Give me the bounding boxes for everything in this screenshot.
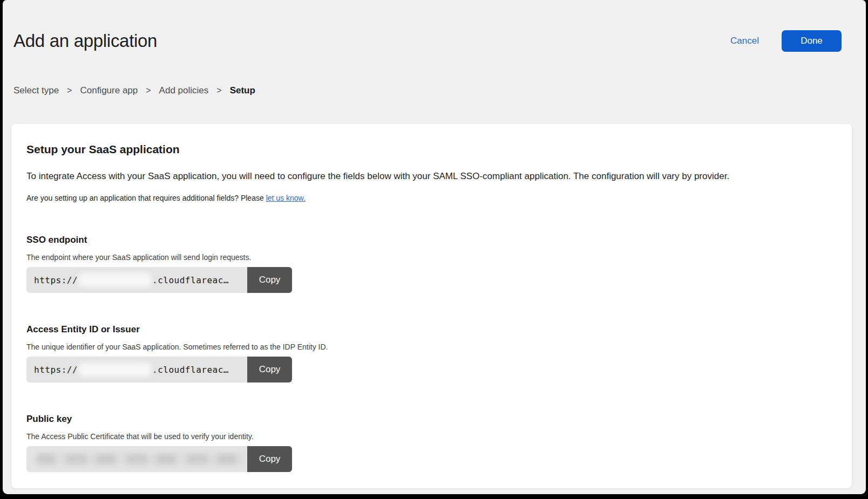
- field-public-key: Public key The Access Public Certificate…: [26, 414, 837, 472]
- page-title: Add an application: [13, 31, 157, 51]
- window-frame: Add an application Cancel Done Select ty…: [3, 0, 866, 494]
- code-value-suffix: .cloudflareac…: [152, 365, 229, 375]
- card-note: Are you setting up an application that r…: [26, 194, 837, 202]
- breadcrumb-step-configure-app[interactable]: Configure app: [80, 85, 138, 96]
- sso-endpoint-value-box: https:// .cloudflareac…: [26, 267, 247, 293]
- let-us-know-link[interactable]: let us know.: [266, 194, 306, 202]
- field-description: The unique identifier of your SaaS appli…: [26, 343, 837, 351]
- redacted-value-blur: [79, 273, 151, 287]
- cancel-button[interactable]: Cancel: [730, 36, 759, 46]
- page-header: Add an application Cancel Done: [11, 30, 852, 52]
- public-key-value-box: [26, 446, 247, 472]
- entity-id-value-box: https:// .cloudflareac…: [26, 357, 247, 382]
- entity-id-code-group: https:// .cloudflareac… Copy: [26, 357, 292, 382]
- field-label: Public key: [26, 414, 837, 425]
- breadcrumb-separator: >: [67, 86, 72, 95]
- field-label: Access Entity ID or Issuer: [26, 324, 837, 335]
- redacted-value-blur: [79, 363, 151, 377]
- breadcrumb: Select type > Configure app > Add polici…: [11, 85, 852, 96]
- code-value-prefix: https://: [34, 365, 78, 375]
- card-intro-text: To integrate Access with your SaaS appli…: [26, 170, 837, 182]
- public-key-code-group: Copy: [26, 446, 292, 472]
- header-actions: Cancel Done: [730, 30, 842, 52]
- breadcrumb-separator: >: [146, 86, 151, 95]
- sso-endpoint-code-group: https:// .cloudflareac… Copy: [26, 267, 292, 293]
- copy-button[interactable]: Copy: [247, 446, 292, 472]
- copy-button[interactable]: Copy: [247, 267, 292, 293]
- breadcrumb-step-add-policies[interactable]: Add policies: [159, 85, 209, 96]
- field-description: The Access Public Certificate that will …: [26, 432, 837, 441]
- card-heading: Setup your SaaS application: [26, 143, 837, 156]
- field-sso-endpoint: SSO endpoint The endpoint where your Saa…: [26, 235, 837, 293]
- redacted-value-blur: [36, 454, 243, 464]
- field-label: SSO endpoint: [26, 235, 837, 245]
- breadcrumb-step-select-type[interactable]: Select type: [13, 85, 59, 96]
- add-application-page: Add an application Cancel Done Select ty…: [3, 30, 866, 494]
- breadcrumb-separator: >: [216, 86, 221, 95]
- field-access-entity-id: Access Entity ID or Issuer The unique id…: [26, 324, 837, 382]
- copy-button[interactable]: Copy: [247, 357, 292, 382]
- breadcrumb-step-setup-current: Setup: [230, 85, 255, 96]
- note-text: Are you setting up an application that r…: [26, 194, 266, 202]
- setup-saas-card: Setup your SaaS application To integrate…: [11, 123, 852, 489]
- field-description: The endpoint where your SaaS application…: [26, 253, 837, 262]
- code-value-suffix: .cloudflareac…: [152, 275, 229, 285]
- code-value-prefix: https://: [34, 275, 78, 285]
- done-button[interactable]: Done: [782, 30, 842, 52]
